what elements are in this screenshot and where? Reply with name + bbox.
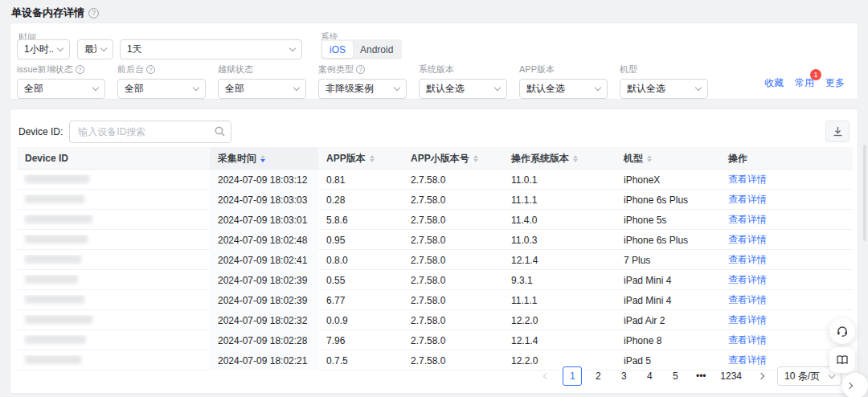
- pagination-page-button[interactable]: 2: [588, 366, 608, 386]
- device-id-search-input[interactable]: [69, 121, 231, 143]
- sort-ascending-icon: [647, 155, 652, 158]
- filter-select[interactable]: 全部: [117, 79, 206, 99]
- table-header-cell[interactable]: APP版本: [318, 147, 403, 170]
- device-id-search-box: [69, 121, 231, 143]
- pagination-prev-button[interactable]: [537, 366, 556, 386]
- collect-time-cell: 2024-07-09 18:02:28: [210, 330, 318, 350]
- pagination-page-button[interactable]: 4: [640, 366, 659, 386]
- table-row[interactable]: 2024-07-09 18:02:39 6.77 2.7.58.0 11.1.1…: [17, 290, 853, 310]
- action-cell: 查看详情: [720, 253, 853, 267]
- table-header-cell[interactable]: 机型: [616, 147, 720, 170]
- docs-fab-button[interactable]: [829, 347, 855, 373]
- table-row[interactable]: 2024-07-09 18:02:39 0.55 2.7.58.0 9.3.1 …: [17, 270, 853, 290]
- sort-carets-icon[interactable]: [260, 155, 265, 162]
- filter-select[interactable]: 全部: [218, 79, 306, 99]
- table-row[interactable]: 2024-07-09 18:03:03 0.28 2.7.58.0 11.1.1…: [17, 190, 853, 210]
- table-row[interactable]: 2024-07-09 18:02:41 0.8.0 2.7.58.0 12.1.…: [17, 250, 853, 270]
- filter-field: 前后台 ? 全部: [117, 63, 206, 99]
- sort-carets-icon[interactable]: [647, 155, 652, 162]
- model-cell: iPhoneX: [616, 174, 720, 186]
- system-segment-option[interactable]: iOS: [322, 41, 353, 58]
- os-version-cell: 11.1.1: [503, 194, 616, 206]
- view-detail-link[interactable]: 查看详情: [728, 214, 767, 225]
- chevron-down-icon: [100, 45, 107, 51]
- filter-field: issue新增状态 ? 全部: [17, 63, 105, 99]
- sort-carets-icon[interactable]: [370, 155, 375, 162]
- table-row[interactable]: 2024-07-09 18:02:32 0.0.9 2.7.58.0 12.2.…: [17, 310, 853, 330]
- table-row[interactable]: 2024-07-09 18:02:28 7.96 2.7.58.0 12.1.4…: [17, 330, 853, 350]
- table-header-cell[interactable]: APP小版本号: [403, 147, 503, 170]
- redacted-device-id: [25, 235, 88, 244]
- table-header-cell[interactable]: 采集时间: [210, 147, 318, 170]
- table-header-cell[interactable]: 操作系统版本: [503, 147, 616, 170]
- support-fab-button[interactable]: [829, 318, 855, 344]
- table-row[interactable]: 2024-07-09 18:03:01 5.8.6 2.7.58.0 11.4.…: [17, 210, 853, 230]
- time-granularity-select[interactable]: 1小时...: [17, 39, 70, 59]
- action-cell: 查看详情: [720, 213, 853, 227]
- action-cell: 查看详情: [720, 173, 853, 186]
- view-detail-link[interactable]: 查看详情: [728, 334, 767, 346]
- sort-carets-icon[interactable]: [473, 155, 478, 162]
- sort-carets-icon[interactable]: [573, 155, 578, 162]
- more-link[interactable]: 更多: [825, 76, 845, 90]
- table-header-cell[interactable]: 操作: [720, 147, 853, 170]
- pagination-page-button[interactable]: 5: [665, 366, 685, 386]
- collect-time-cell: 2024-07-09 18:02:21: [210, 350, 318, 370]
- scrollbar-thumb[interactable]: [863, 145, 866, 241]
- table-header-cell[interactable]: Device ID: [17, 147, 210, 170]
- view-detail-link[interactable]: 查看详情: [728, 194, 767, 205]
- book-icon: [836, 354, 849, 366]
- download-button[interactable]: [825, 121, 850, 142]
- filter-select[interactable]: 默认全选: [519, 79, 608, 99]
- os-version-cell: 9.3.1: [503, 275, 616, 286]
- pagination-page-button[interactable]: 1: [563, 366, 582, 386]
- time-range-value-select[interactable]: 1天: [120, 39, 302, 59]
- view-detail-link[interactable]: 查看详情: [728, 254, 767, 265]
- collect-time-cell: 2024-07-09 18:02:39: [210, 270, 318, 290]
- filter-field: 案例类型 ? 非降级案例: [318, 63, 407, 99]
- help-icon[interactable]: ?: [76, 65, 84, 74]
- app-minor-version-cell: 2.7.58.0: [403, 355, 503, 366]
- app-minor-version-cell: 2.7.58.0: [403, 315, 503, 326]
- view-detail-link[interactable]: 查看详情: [728, 234, 767, 245]
- filter-select[interactable]: 全部: [17, 79, 105, 99]
- table-row[interactable]: 2024-07-09 18:03:12 0.81 2.7.58.0 11.0.1…: [17, 170, 853, 190]
- filter-panel: 时间 1小时... 最近 1天 系统 iOS Android issue新增状态…: [10, 23, 858, 100]
- filter-select[interactable]: 默认全选: [620, 79, 708, 99]
- pagination-page-button[interactable]: •••: [691, 366, 710, 386]
- help-icon[interactable]: ?: [356, 65, 365, 74]
- device-id-cell: [17, 174, 210, 186]
- view-detail-link[interactable]: 查看详情: [728, 294, 767, 305]
- view-detail-link[interactable]: 查看详情: [728, 314, 767, 325]
- page-title: 单设备内存详情: [11, 6, 84, 20]
- app-version-cell: 0.81: [318, 174, 403, 186]
- title-help-icon[interactable]: ?: [88, 8, 99, 18]
- view-detail-link[interactable]: 查看详情: [728, 354, 767, 366]
- model-cell: iPhone 5s: [616, 215, 720, 226]
- favorite-link[interactable]: 收藏: [764, 76, 784, 90]
- pagination-page-button[interactable]: 3: [614, 366, 633, 386]
- help-icon[interactable]: ?: [146, 65, 155, 74]
- app-minor-version-cell: 2.7.58.0: [403, 215, 503, 226]
- frequent-badge: 1: [810, 69, 821, 80]
- redacted-device-id: [25, 215, 92, 223]
- time-range-type-select[interactable]: 最近: [77, 39, 113, 59]
- filter-select[interactable]: 非降级案例: [318, 79, 407, 99]
- filter-select[interactable]: 默认全选: [419, 79, 507, 99]
- action-cell: 查看详情: [720, 193, 853, 207]
- collect-time-cell: 2024-07-09 18:02:32: [210, 310, 318, 330]
- search-icon[interactable]: [215, 126, 225, 137]
- pagination-page-button[interactable]: 1234: [717, 366, 745, 386]
- device-id-cell: [17, 194, 210, 206]
- pagination-next-button[interactable]: [751, 366, 771, 386]
- view-detail-link[interactable]: 查看详情: [728, 274, 767, 285]
- device-id-cell: [17, 335, 210, 346]
- view-detail-link[interactable]: 查看详情: [728, 174, 767, 185]
- table-row[interactable]: 2024-07-09 18:02:48 0.95 2.7.58.0 11.0.3…: [17, 230, 853, 250]
- redacted-device-id: [25, 275, 78, 284]
- expand-fab-button[interactable]: [842, 373, 868, 397]
- table-panel: Device ID: Device ID: [10, 108, 858, 394]
- system-segment-option[interactable]: Android: [353, 41, 400, 58]
- redacted-device-id: [25, 335, 86, 344]
- frequent-link[interactable]: 常用 1: [795, 76, 814, 90]
